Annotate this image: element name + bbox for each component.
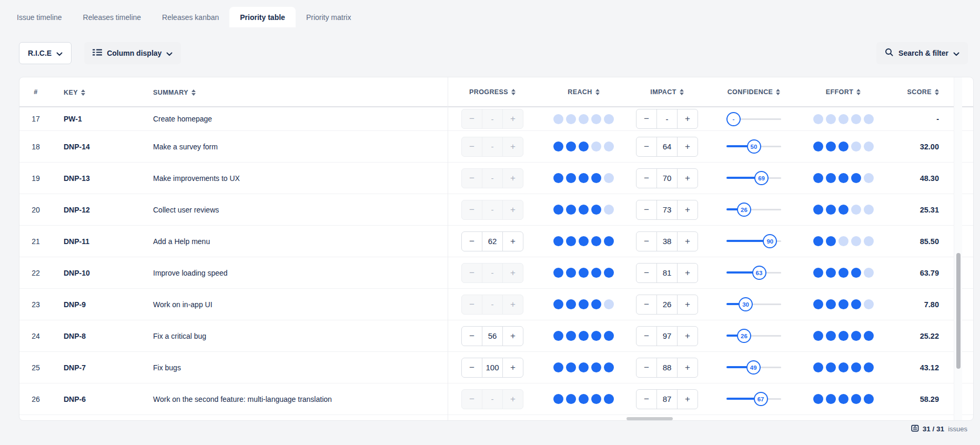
table-row[interactable]: 25 DNP-7 Fix bugs − 100 + − 88 + [19,351,973,383]
rating-dot[interactable] [604,268,614,278]
rating-dot[interactable] [826,362,836,372]
impact-increment-button[interactable]: + [678,232,698,251]
tab-releases-kanban[interactable]: Releases kanban [151,7,229,27]
rating-dot[interactable] [813,268,823,278]
rating-dot[interactable] [864,114,874,124]
column-header-reach[interactable]: REACH [568,88,599,96]
rating-dot[interactable] [864,394,874,404]
column-header-impact[interactable]: IMPACT [650,88,683,96]
rating-dot[interactable] [553,141,563,151]
rating-dot[interactable] [864,299,874,309]
rating-dot[interactable] [604,173,614,183]
rating-dot[interactable] [604,331,614,341]
vertical-scrollbar-thumb[interactable] [956,253,961,369]
progress-increment-button[interactable]: + [503,169,523,188]
issue-key[interactable]: DNP-12 [64,206,90,214]
rating-dot[interactable] [838,268,848,278]
rating-dot[interactable] [579,236,589,246]
rating-dot[interactable] [838,331,848,341]
issue-key[interactable]: DNP-8 [64,332,86,340]
table-row[interactable]: 17 PW-1 Create homepage − - + − - + [19,107,973,130]
rating-dot[interactable] [591,331,601,341]
progress-increment-button[interactable]: + [503,232,523,251]
confidence-slider-handle[interactable]: 67 [754,392,768,406]
progress-value[interactable]: 100 [482,358,503,377]
issue-key[interactable]: DNP-6 [64,395,86,403]
rating-dot[interactable] [553,205,563,215]
impact-decrement-button[interactable]: − [637,390,656,409]
rating-dot[interactable] [851,205,861,215]
horizontal-scrollbar-thumb[interactable] [627,417,673,420]
column-header-progress[interactable]: PROGRESS [469,88,516,96]
impact-value[interactable]: 26 [656,295,678,314]
rating-dot[interactable] [826,205,836,215]
rating-dot[interactable] [604,394,614,404]
progress-value[interactable]: 56 [482,327,503,346]
impact-value[interactable]: 97 [656,327,678,346]
progress-value[interactable]: - [482,264,503,282]
rating-dot[interactable] [566,299,576,309]
column-display-button[interactable]: Column display [84,42,181,64]
rating-dot[interactable] [826,394,836,404]
rating-dot[interactable] [813,362,823,372]
rating-dot[interactable] [604,141,614,151]
rating-dot[interactable] [851,362,861,372]
rating-dot[interactable] [813,141,823,151]
impact-decrement-button[interactable]: − [637,295,656,314]
table-row[interactable]: 18 DNP-14 Make a survey form − - + − 64 … [19,130,973,162]
rating-dot[interactable] [553,299,563,309]
rating-dot[interactable] [826,236,836,246]
column-header-score[interactable]: SCORE [907,88,939,96]
confidence-slider-handle[interactable]: 90 [763,234,777,248]
progress-decrement-button[interactable]: − [462,295,482,314]
impact-value[interactable]: 38 [656,232,678,251]
progress-value[interactable]: 62 [482,232,503,251]
impact-increment-button[interactable]: + [678,390,698,409]
progress-decrement-button[interactable]: − [462,327,482,346]
table-row[interactable]: 24 DNP-8 Fix a critical bug − 56 + − 97 … [19,320,973,351]
rating-dot[interactable] [591,299,601,309]
rating-dot[interactable] [604,205,614,215]
rating-dot[interactable] [864,141,874,151]
impact-value[interactable]: 73 [656,200,678,219]
rating-dot[interactable] [591,141,601,151]
progress-value[interactable]: - [482,109,503,128]
rating-dot[interactable] [851,268,861,278]
rating-dot[interactable] [566,362,576,372]
progress-value[interactable]: - [482,137,503,156]
rating-dot[interactable] [826,114,836,124]
table-row[interactable]: 21 DNP-11 Add a Help menu − 62 + − 38 + [19,225,973,257]
impact-increment-button[interactable]: + [678,137,698,156]
rating-dot[interactable] [826,268,836,278]
impact-increment-button[interactable]: + [678,109,698,128]
rating-dot[interactable] [851,114,861,124]
rating-dot[interactable] [813,331,823,341]
tab-priority-matrix[interactable]: Priority matrix [296,7,362,27]
rating-dot[interactable] [579,205,589,215]
rating-dot[interactable] [826,331,836,341]
rating-dot[interactable] [566,173,576,183]
progress-decrement-button[interactable]: − [462,169,482,188]
rating-dot[interactable] [566,141,576,151]
impact-increment-button[interactable]: + [678,200,698,219]
rating-dot[interactable] [851,331,861,341]
rating-dot[interactable] [838,173,848,183]
rating-dot[interactable] [851,299,861,309]
rating-dot[interactable] [591,236,601,246]
rating-dot[interactable] [851,141,861,151]
table-row[interactable]: 19 DNP-13 Make improvements to UX − - + … [19,162,973,194]
issue-key[interactable]: PW-1 [64,115,82,123]
rating-dot[interactable] [553,394,563,404]
confidence-slider-handle[interactable]: 49 [746,360,761,375]
impact-value[interactable]: 81 [656,264,678,282]
rating-dot[interactable] [826,173,836,183]
issue-key[interactable]: DNP-14 [64,143,90,151]
confidence-slider-handle[interactable]: 50 [747,139,761,154]
impact-increment-button[interactable]: + [678,295,698,314]
progress-increment-button[interactable]: + [503,200,523,219]
rating-dot[interactable] [591,205,601,215]
confidence-slider-handle[interactable]: 26 [737,329,751,343]
rating-dot[interactable] [604,299,614,309]
progress-decrement-button[interactable]: − [462,264,482,282]
progress-increment-button[interactable]: + [503,109,523,128]
